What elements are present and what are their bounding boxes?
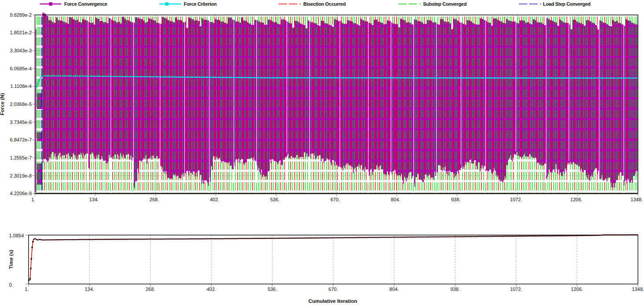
svg-text:670.: 670. (328, 287, 338, 292)
svg-text:536.: 536. (268, 287, 277, 292)
svg-text:1.2555e-7: 1.2555e-7 (10, 155, 32, 160)
svg-text:804.: 804. (391, 197, 400, 202)
svg-text:804.: 804. (390, 287, 399, 292)
svg-text:2.3019e-8: 2.3019e-8 (10, 173, 32, 178)
svg-text:0.: 0. (9, 282, 13, 287)
svg-text:1348.: 1348. (631, 197, 643, 202)
svg-text:4.2206e-9: 4.2206e-9 (10, 191, 32, 196)
svg-text:6.0585e-4: 6.0585e-4 (10, 66, 32, 71)
svg-text:Force Criterion: Force Criterion (184, 1, 217, 7)
svg-text:1348.: 1348. (632, 287, 644, 292)
svg-text:938.: 938. (451, 197, 460, 202)
svg-text:Load Step Converged: Load Step Converged (543, 1, 591, 7)
svg-text:1206.: 1206. (571, 287, 583, 292)
svg-text:1.0854: 1.0854 (9, 233, 24, 238)
svg-text:Force (N): Force (N) (0, 93, 5, 116)
svg-text:Force Convergence: Force Convergence (64, 1, 107, 7)
svg-text:3.7345e-6: 3.7345e-6 (10, 120, 32, 125)
svg-text:1.1108e-4: 1.1108e-4 (10, 84, 32, 89)
svg-text:1072.: 1072. (510, 197, 523, 202)
svg-text:Bisection Occurred: Bisection Occurred (303, 1, 346, 7)
svg-text:Cumulative Iteration: Cumulative Iteration (309, 298, 357, 304)
svg-text:6.8472e-7: 6.8472e-7 (10, 137, 32, 142)
svg-text:134.: 134. (89, 197, 99, 202)
svg-text:938.: 938. (450, 287, 460, 292)
svg-text:Substep Converged: Substep Converged (423, 1, 467, 7)
svg-text:9.8289e-2: 9.8289e-2 (10, 12, 32, 18)
svg-text:134.: 134. (85, 287, 94, 292)
svg-text:268.: 268. (146, 287, 155, 292)
svg-text:1.: 1. (31, 197, 35, 202)
svg-text:1.8021e-2: 1.8021e-2 (10, 30, 32, 35)
svg-text:536.: 536. (270, 197, 280, 202)
svg-text:3.3043e-3: 3.3043e-3 (10, 48, 32, 53)
svg-text:Time (s): Time (s) (8, 250, 14, 269)
svg-text:402.: 402. (206, 287, 216, 292)
svg-text:268.: 268. (150, 197, 159, 202)
svg-text:670.: 670. (331, 197, 340, 202)
svg-text:1.: 1. (25, 287, 29, 292)
svg-text:1072.: 1072. (510, 287, 523, 292)
svg-text:402.: 402. (210, 197, 219, 202)
svg-text:2.0368e-5: 2.0368e-5 (10, 102, 32, 107)
svg-text:1206.: 1206. (570, 197, 583, 202)
